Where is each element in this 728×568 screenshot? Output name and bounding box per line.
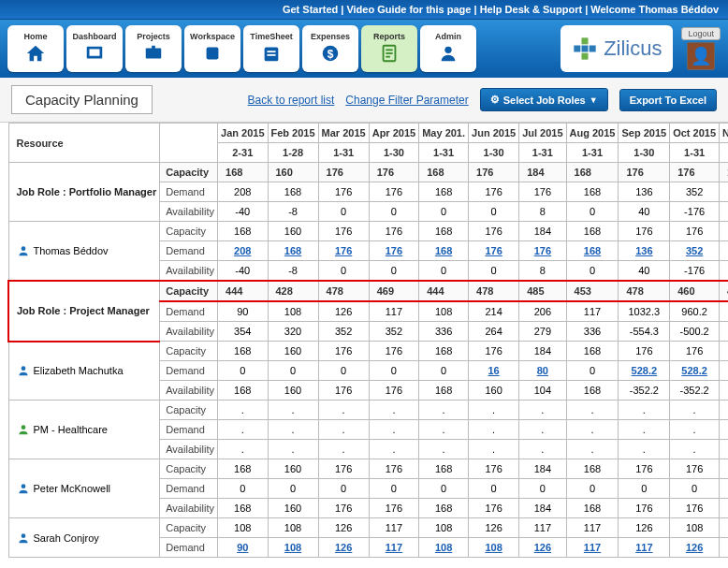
cell: 184	[519, 342, 566, 361]
cell: 168	[720, 222, 728, 241]
cell: 0	[469, 479, 519, 499]
cell: -176	[670, 261, 720, 282]
nav-tab-dashboard[interactable]: Dashboard	[66, 25, 123, 72]
metric-label: Availability	[160, 322, 218, 342]
cell: .	[218, 420, 268, 440]
cell: 0	[566, 261, 619, 282]
toplink-getstarted[interactable]: Get Started	[283, 4, 338, 15]
cell[interactable]: 117	[566, 538, 619, 558]
cell[interactable]: 108	[268, 538, 318, 558]
month-header[interactable]: Mar 2015	[318, 124, 369, 143]
cell[interactable]: 108	[419, 538, 469, 558]
cell[interactable]: 16	[469, 361, 519, 381]
cell: .	[369, 401, 418, 420]
cell[interactable]: 176	[519, 241, 566, 261]
cell: .	[566, 420, 619, 440]
cell: 176	[469, 499, 519, 518]
cell: 469	[369, 281, 418, 301]
cell[interactable]: 126	[670, 538, 720, 558]
month-header[interactable]: Jun 2015	[469, 124, 519, 143]
cell: 0	[369, 261, 418, 282]
sub-header: 2-31	[218, 143, 268, 163]
cell[interactable]: 168	[268, 241, 318, 261]
resource-name[interactable]: PM - Healthcare	[8, 401, 160, 459]
month-header[interactable]: Nov 2015	[720, 124, 728, 143]
cell[interactable]: 176	[369, 241, 418, 261]
capacity-grid: ResourceJan 2015Feb 2015Mar 2015Apr 2015…	[7, 123, 728, 558]
resource-name[interactable]: Thomas Béddov	[8, 222, 160, 282]
brand-logo[interactable]: Zilicus	[561, 25, 673, 72]
month-header[interactable]: Apr 2015	[369, 124, 418, 143]
month-header[interactable]: Jan 2015	[218, 124, 268, 143]
chevron-down-icon: ▼	[590, 95, 598, 105]
cell[interactable]: 108	[469, 538, 519, 558]
toplink-helpdesk[interactable]: Help Desk & Support	[480, 4, 582, 15]
cell: 180	[720, 301, 728, 322]
cell[interactable]: 126	[318, 538, 369, 558]
cell[interactable]: 117	[619, 538, 670, 558]
cell[interactable]: 168	[419, 241, 469, 261]
cell[interactable]: 208	[218, 241, 268, 261]
cell[interactable]: 352	[670, 241, 720, 261]
cell[interactable]: 176	[469, 241, 519, 261]
cell: 176	[469, 342, 519, 361]
back-to-report-list-link[interactable]: Back to report list	[248, 94, 335, 107]
metric-label: Capacity	[160, 222, 218, 241]
timesheet-icon	[261, 43, 282, 66]
nav-tab-workspace[interactable]: Workspace	[184, 25, 240, 72]
logout-button[interactable]: Logout	[681, 27, 721, 40]
cell[interactable]: 176	[318, 241, 369, 261]
nav-label: Projects	[137, 32, 170, 41]
month-header[interactable]: Sep 2015	[619, 124, 670, 143]
month-header[interactable]: Aug 2015	[566, 124, 619, 143]
change-filter-link[interactable]: Change Filter Parameter	[345, 94, 468, 107]
sub-header: 1-31	[419, 143, 469, 163]
cell: 160	[268, 459, 318, 479]
metric-label: Demand	[160, 301, 218, 322]
cell: 168	[566, 182, 619, 202]
month-header[interactable]: Feb 2015	[268, 124, 318, 143]
nav-tab-admin[interactable]: Admin	[420, 25, 476, 72]
resource-name[interactable]: Sarah Conjroy	[8, 518, 160, 558]
month-header[interactable]: May 201.	[419, 124, 469, 143]
nav-tab-expenses[interactable]: Expenses$	[302, 25, 358, 72]
select-job-roles-button[interactable]: ⚙ Select Job Roles ▼	[480, 88, 608, 111]
cell[interactable]: 136	[619, 241, 670, 261]
cell: 168	[419, 182, 469, 202]
resource-name[interactable]: Elizabeth Machutka	[8, 342, 160, 401]
cell: .	[566, 440, 619, 459]
cell[interactable]: 108	[720, 538, 728, 558]
person-icon	[17, 532, 30, 545]
cell[interactable]: 528.2	[619, 361, 670, 381]
cell: 126	[469, 518, 519, 538]
cell: 176	[318, 499, 369, 518]
user-avatar[interactable]	[687, 42, 715, 70]
cell: -176	[670, 202, 720, 222]
cell: 176	[469, 222, 519, 241]
nav-tab-home[interactable]: Home	[7, 25, 64, 72]
cell: 208	[218, 182, 268, 202]
cell: 0	[369, 202, 418, 222]
export-to-excel-button[interactable]: Export To Excel	[619, 89, 717, 111]
month-header[interactable]: Jul 2015	[519, 124, 566, 143]
cell[interactable]: 117	[369, 538, 418, 558]
cell[interactable]: 80	[519, 361, 566, 381]
cell[interactable]: 126	[519, 538, 566, 558]
cell: 168	[720, 163, 728, 182]
cell[interactable]: 168	[566, 241, 619, 261]
nav-label: Dashboard	[72, 32, 116, 41]
cell[interactable]: 90	[218, 538, 268, 558]
cell: .	[218, 440, 268, 459]
svg-rect-15	[582, 37, 589, 44]
cell: 168	[218, 342, 268, 361]
cell[interactable]: 248	[720, 241, 728, 261]
resource-name[interactable]: Peter McKnowell	[8, 459, 160, 518]
nav-tab-reports[interactable]: Reports	[361, 25, 417, 72]
nav-tab-timesheet[interactable]: TimeSheet	[243, 25, 299, 72]
toplink-videoguide[interactable]: Video Guide for this page	[346, 4, 471, 15]
nav-tab-projects[interactable]: Projects	[125, 25, 182, 72]
month-header[interactable]: Oct 2015	[670, 124, 720, 143]
cell: 176	[469, 459, 519, 479]
cell[interactable]: 528.2	[670, 361, 720, 381]
cell: 168	[566, 381, 619, 401]
